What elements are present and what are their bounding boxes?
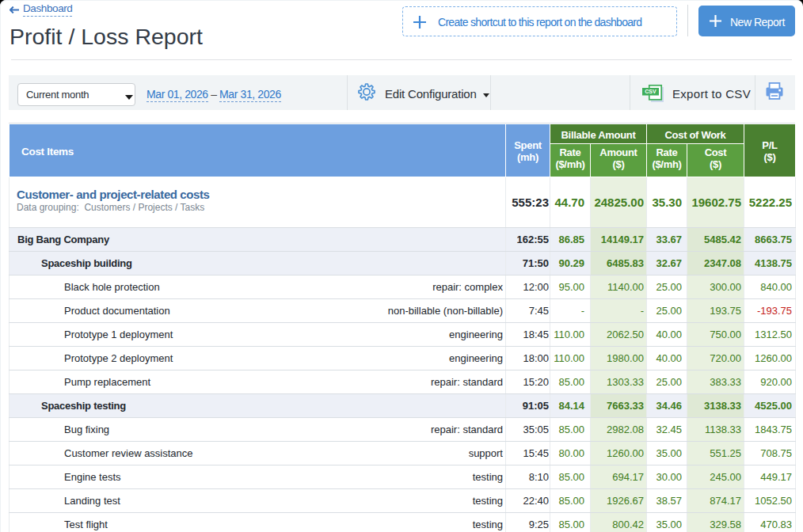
svg-text:CSV: CSV	[645, 89, 656, 94]
